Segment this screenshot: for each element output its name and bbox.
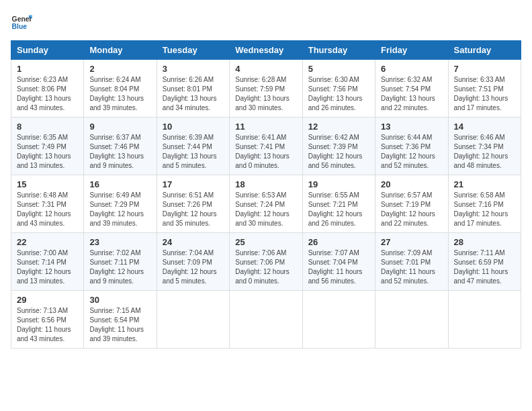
day-info: Sunrise: 6:33 AMSunset: 7:51 PMDaylight:… — [454, 75, 515, 113]
day-number: 25 — [235, 237, 296, 247]
calendar-cell — [302, 291, 375, 349]
calendar-cell: 13 Sunrise: 6:44 AMSunset: 7:36 PMDaylig… — [375, 118, 448, 175]
day-number: 30 — [89, 295, 150, 305]
day-number: 23 — [89, 237, 150, 247]
week-row-4: 22 Sunrise: 7:00 AMSunset: 7:14 PMDaylig… — [11, 233, 521, 291]
calendar-cell: 25 Sunrise: 7:06 AMSunset: 7:06 PMDaylig… — [230, 233, 302, 291]
day-info: Sunrise: 6:39 AMSunset: 7:44 PMDaylight:… — [163, 133, 224, 171]
week-row-2: 8 Sunrise: 6:35 AMSunset: 7:49 PMDayligh… — [11, 118, 521, 175]
day-number: 26 — [308, 237, 369, 247]
weekday-header-wednesday: Wednesday — [230, 41, 302, 60]
calendar-cell: 23 Sunrise: 7:02 AMSunset: 7:11 PMDaylig… — [84, 233, 157, 291]
calendar-cell: 11 Sunrise: 6:41 AMSunset: 7:41 PMDaylig… — [230, 118, 302, 175]
calendar-cell: 15 Sunrise: 6:48 AMSunset: 7:31 PMDaylig… — [11, 175, 84, 233]
day-info: Sunrise: 7:06 AMSunset: 7:06 PMDaylight:… — [235, 248, 296, 286]
calendar-cell: 22 Sunrise: 7:00 AMSunset: 7:14 PMDaylig… — [11, 233, 84, 291]
day-number: 18 — [235, 179, 296, 189]
calendar-cell: 1 Sunrise: 6:23 AMSunset: 8:06 PMDayligh… — [11, 60, 84, 118]
page-header: General Blue — [11, 11, 521, 32]
day-info: Sunrise: 6:35 AMSunset: 7:49 PMDaylight:… — [17, 133, 78, 171]
day-info: Sunrise: 7:02 AMSunset: 7:11 PMDaylight:… — [89, 248, 150, 286]
day-number: 28 — [454, 237, 515, 247]
svg-text:Blue: Blue — [12, 23, 28, 30]
day-info: Sunrise: 6:51 AMSunset: 7:26 PMDaylight:… — [163, 191, 224, 228]
day-info: Sunrise: 6:23 AMSunset: 8:06 PMDaylight:… — [17, 75, 78, 113]
day-number: 29 — [17, 295, 78, 305]
calendar-cell — [375, 291, 448, 349]
weekday-header-friday: Friday — [375, 41, 448, 60]
calendar-cell: 28 Sunrise: 7:11 AMSunset: 6:59 PMDaylig… — [448, 233, 521, 291]
calendar-cell: 17 Sunrise: 6:51 AMSunset: 7:26 PMDaylig… — [157, 175, 229, 233]
calendar-cell: 4 Sunrise: 6:28 AMSunset: 7:59 PMDayligh… — [230, 60, 302, 118]
calendar-cell: 5 Sunrise: 6:30 AMSunset: 7:56 PMDayligh… — [302, 60, 375, 118]
day-number: 17 — [163, 179, 224, 189]
calendar-cell: 26 Sunrise: 7:07 AMSunset: 7:04 PMDaylig… — [302, 233, 375, 291]
day-number: 12 — [308, 122, 369, 132]
day-number: 22 — [17, 237, 78, 247]
day-number: 21 — [454, 179, 515, 189]
calendar-cell: 7 Sunrise: 6:33 AMSunset: 7:51 PMDayligh… — [448, 60, 521, 118]
day-info: Sunrise: 7:04 AMSunset: 7:09 PMDaylight:… — [163, 248, 224, 286]
calendar-cell: 12 Sunrise: 6:42 AMSunset: 7:39 PMDaylig… — [302, 118, 375, 175]
calendar-cell: 3 Sunrise: 6:26 AMSunset: 8:01 PMDayligh… — [157, 60, 229, 118]
week-row-5: 29 Sunrise: 7:13 AMSunset: 6:56 PMDaylig… — [11, 291, 521, 349]
calendar-cell: 16 Sunrise: 6:49 AMSunset: 7:29 PMDaylig… — [84, 175, 157, 233]
weekday-header-sunday: Sunday — [11, 41, 84, 60]
day-info: Sunrise: 6:49 AMSunset: 7:29 PMDaylight:… — [89, 191, 150, 228]
weekday-header-tuesday: Tuesday — [157, 41, 229, 60]
calendar-cell: 9 Sunrise: 6:37 AMSunset: 7:46 PMDayligh… — [84, 118, 157, 175]
day-info: Sunrise: 7:09 AMSunset: 7:01 PMDaylight:… — [381, 248, 442, 286]
logo-icon: General Blue — [11, 11, 32, 32]
day-info: Sunrise: 6:42 AMSunset: 7:39 PMDaylight:… — [308, 133, 369, 171]
day-number: 11 — [235, 122, 296, 132]
day-info: Sunrise: 7:15 AMSunset: 6:54 PMDaylight:… — [89, 306, 150, 344]
day-info: Sunrise: 6:28 AMSunset: 7:59 PMDaylight:… — [235, 75, 296, 113]
day-info: Sunrise: 6:57 AMSunset: 7:19 PMDaylight:… — [381, 191, 442, 228]
day-number: 20 — [381, 179, 442, 189]
calendar-cell — [157, 291, 229, 349]
calendar-cell: 27 Sunrise: 7:09 AMSunset: 7:01 PMDaylig… — [375, 233, 448, 291]
day-number: 6 — [381, 64, 442, 74]
day-number: 16 — [89, 179, 150, 189]
calendar-cell: 21 Sunrise: 6:58 AMSunset: 7:16 PMDaylig… — [448, 175, 521, 233]
calendar-cell — [230, 291, 302, 349]
day-number: 8 — [17, 122, 78, 132]
day-number: 9 — [89, 122, 150, 132]
day-number: 13 — [381, 122, 442, 132]
day-info: Sunrise: 7:11 AMSunset: 6:59 PMDaylight:… — [454, 248, 515, 286]
calendar-cell: 18 Sunrise: 6:53 AMSunset: 7:24 PMDaylig… — [230, 175, 302, 233]
day-info: Sunrise: 6:26 AMSunset: 8:01 PMDaylight:… — [163, 75, 224, 113]
day-number: 27 — [381, 237, 442, 247]
calendar-table: SundayMondayTuesdayWednesdayThursdayFrid… — [11, 40, 521, 349]
day-info: Sunrise: 6:37 AMSunset: 7:46 PMDaylight:… — [89, 133, 150, 171]
day-info: Sunrise: 6:24 AMSunset: 8:04 PMDaylight:… — [89, 75, 150, 113]
day-number: 1 — [17, 64, 78, 74]
calendar-cell: 8 Sunrise: 6:35 AMSunset: 7:49 PMDayligh… — [11, 118, 84, 175]
day-info: Sunrise: 6:48 AMSunset: 7:31 PMDaylight:… — [17, 191, 78, 228]
day-info: Sunrise: 6:46 AMSunset: 7:34 PMDaylight:… — [454, 133, 515, 171]
weekday-header-thursday: Thursday — [302, 41, 375, 60]
calendar-cell: 20 Sunrise: 6:57 AMSunset: 7:19 PMDaylig… — [375, 175, 448, 233]
day-info: Sunrise: 6:30 AMSunset: 7:56 PMDaylight:… — [308, 75, 369, 113]
calendar-cell — [448, 291, 521, 349]
calendar-cell: 14 Sunrise: 6:46 AMSunset: 7:34 PMDaylig… — [448, 118, 521, 175]
day-number: 5 — [308, 64, 369, 74]
day-info: Sunrise: 6:53 AMSunset: 7:24 PMDaylight:… — [235, 191, 296, 228]
calendar-cell: 2 Sunrise: 6:24 AMSunset: 8:04 PMDayligh… — [84, 60, 157, 118]
weekday-header-row: SundayMondayTuesdayWednesdayThursdayFrid… — [11, 41, 521, 60]
day-info: Sunrise: 6:44 AMSunset: 7:36 PMDaylight:… — [381, 133, 442, 171]
logo: General Blue — [11, 11, 32, 32]
day-number: 19 — [308, 179, 369, 189]
week-row-1: 1 Sunrise: 6:23 AMSunset: 8:06 PMDayligh… — [11, 60, 521, 118]
calendar-cell: 10 Sunrise: 6:39 AMSunset: 7:44 PMDaylig… — [157, 118, 229, 175]
day-number: 14 — [454, 122, 515, 132]
weekday-header-monday: Monday — [84, 41, 157, 60]
day-info: Sunrise: 7:00 AMSunset: 7:14 PMDaylight:… — [17, 248, 78, 286]
day-info: Sunrise: 6:41 AMSunset: 7:41 PMDaylight:… — [235, 133, 296, 171]
weekday-header-saturday: Saturday — [448, 41, 521, 60]
day-number: 7 — [454, 64, 515, 74]
calendar-cell: 30 Sunrise: 7:15 AMSunset: 6:54 PMDaylig… — [84, 291, 157, 349]
day-number: 3 — [163, 64, 224, 74]
calendar-cell: 29 Sunrise: 7:13 AMSunset: 6:56 PMDaylig… — [11, 291, 84, 349]
day-number: 10 — [163, 122, 224, 132]
